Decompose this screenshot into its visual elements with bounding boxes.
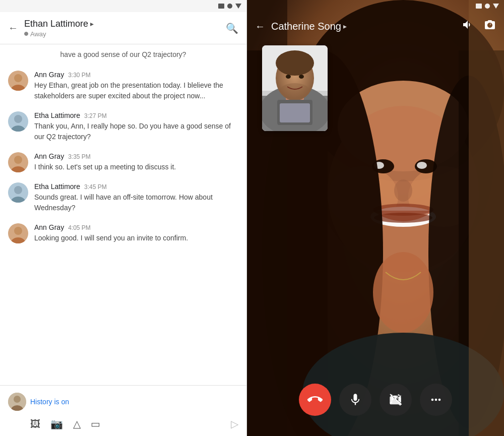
svg-point-4 bbox=[14, 115, 22, 123]
message-text: Thank you, Ann, I really hope so. Do you… bbox=[34, 121, 238, 142]
message-content: Etha Lattimore 3:45 PM Sounds great. I w… bbox=[34, 182, 238, 213]
message-time: 3:30 PM bbox=[68, 72, 91, 79]
svg-point-28 bbox=[417, 162, 427, 169]
message-header: Ann Gray 3:35 PM bbox=[34, 152, 238, 160]
wifi-icon bbox=[227, 4, 232, 9]
history-row: History is on bbox=[8, 390, 238, 414]
svg-rect-52 bbox=[280, 103, 310, 122]
search-icon[interactable]: 🔍 bbox=[226, 22, 238, 34]
message-sender: Etha Lattimore bbox=[34, 182, 80, 191]
message-time: 3:27 PM bbox=[84, 112, 107, 119]
image-icon[interactable]: 🖼 bbox=[30, 418, 40, 430]
message-content: Etha Lattimore 3:27 PM Thank you, Ann, I… bbox=[34, 111, 238, 142]
message-header: Ann Gray 4:05 PM bbox=[34, 223, 238, 231]
contact-info: Ethan Lattimore ▸ Away bbox=[24, 19, 220, 38]
svg-point-10 bbox=[14, 186, 22, 194]
signal-icon-right bbox=[493, 4, 499, 9]
svg-point-50 bbox=[280, 83, 310, 98]
avatar bbox=[8, 182, 28, 203]
status-bar-left bbox=[0, 0, 246, 12]
message-time: 4:05 PM bbox=[68, 224, 91, 231]
svg-point-1 bbox=[14, 74, 22, 82]
message-input-bar: History is on 🖼 📷 △ ▭ ▷ bbox=[0, 385, 246, 436]
history-status-label: History is on bbox=[30, 398, 238, 406]
call-back-button[interactable]: ← bbox=[255, 21, 265, 32]
truncated-message: have a good sense of our Q2 trajectory? bbox=[8, 50, 238, 58]
more-options-button[interactable] bbox=[420, 384, 452, 416]
camera-icon[interactable]: 📷 bbox=[50, 418, 63, 430]
svg-point-16 bbox=[14, 396, 21, 403]
toolbar: 🖼 📷 △ ▭ ▷ bbox=[8, 414, 238, 432]
contact-name: Ethan Lattimore bbox=[24, 19, 88, 29]
contact-name-arrow[interactable]: ▸ bbox=[90, 20, 94, 28]
svg-point-13 bbox=[14, 227, 22, 235]
message-sender: Etha Lattimore bbox=[34, 111, 80, 119]
message-text: I think so. Let's set up a meeting to di… bbox=[34, 162, 238, 172]
avatar bbox=[8, 223, 28, 243]
svg-rect-39 bbox=[469, 0, 504, 436]
battery-icon bbox=[218, 4, 224, 9]
message-text: Looking good. I will send you an invite … bbox=[34, 233, 238, 243]
message-header: Etha Lattimore 3:27 PM bbox=[34, 111, 238, 119]
message-content: Ann Gray 4:05 PM Looking good. I will se… bbox=[34, 223, 238, 243]
message-text: Hey Ethan, great job on the presentation… bbox=[34, 80, 238, 101]
svg-point-32 bbox=[394, 179, 412, 202]
svg-point-55 bbox=[438, 399, 441, 401]
status-dot bbox=[24, 32, 28, 36]
contact-name-row: Ethan Lattimore ▸ bbox=[24, 19, 220, 29]
table-row: Ann Gray 3:30 PM Hey Ethan, great job on… bbox=[8, 71, 238, 101]
message-content: Ann Gray 3:30 PM Hey Ethan, great job on… bbox=[34, 71, 238, 101]
self-view-thumbnail[interactable] bbox=[262, 45, 328, 131]
message-sender: Ann Gray bbox=[34, 152, 64, 160]
history-avatar bbox=[8, 393, 26, 411]
message-time: 3:45 PM bbox=[84, 183, 107, 191]
caller-name-row: Catherine Song ▸ bbox=[271, 21, 347, 32]
chat-panel: ← Ethan Lattimore ▸ Away 🔍 have a good s… bbox=[0, 0, 247, 436]
message-sender: Ann Gray bbox=[34, 71, 64, 79]
svg-point-54 bbox=[435, 399, 437, 401]
avatar bbox=[8, 152, 28, 172]
message-time: 3:35 PM bbox=[68, 153, 91, 160]
end-call-button[interactable] bbox=[299, 384, 331, 416]
wifi-icon-right bbox=[485, 4, 490, 9]
video-call-panel: ← Catherine Song ▸ bbox=[247, 0, 504, 436]
svg-point-48 bbox=[286, 75, 291, 79]
video-off-button[interactable] bbox=[380, 384, 412, 416]
contact-status: Away bbox=[24, 30, 220, 38]
svg-point-31 bbox=[374, 213, 432, 223]
message-header: Etha Lattimore 3:45 PM bbox=[34, 182, 238, 191]
svg-point-47 bbox=[276, 50, 314, 76]
chat-header: ← Ethan Lattimore ▸ Away 🔍 bbox=[0, 12, 246, 44]
status-label: Away bbox=[30, 30, 46, 38]
message-text: Sounds great. I will have an off-site to… bbox=[34, 192, 238, 213]
avatar bbox=[8, 71, 28, 91]
table-row: Etha Lattimore 3:27 PM Thank you, Ann, I… bbox=[8, 111, 238, 142]
message-sender: Ann Gray bbox=[34, 223, 64, 231]
avatar bbox=[8, 111, 28, 132]
video-icon[interactable]: ▭ bbox=[91, 418, 100, 430]
signal-icon bbox=[235, 4, 241, 9]
message-header: Ann Gray 3:30 PM bbox=[34, 71, 238, 79]
back-button[interactable]: ← bbox=[8, 22, 18, 34]
drive-icon[interactable]: △ bbox=[73, 418, 81, 430]
send-button[interactable]: ▷ bbox=[231, 418, 238, 430]
table-row: Etha Lattimore 3:45 PM Sounds great. I w… bbox=[8, 182, 238, 213]
svg-point-37 bbox=[373, 252, 433, 333]
camera-flip-icon[interactable] bbox=[484, 19, 496, 34]
speaker-icon[interactable] bbox=[462, 19, 474, 34]
caller-name-label: Catherine Song bbox=[271, 21, 341, 32]
mute-button[interactable] bbox=[339, 384, 371, 416]
table-row: Ann Gray 4:05 PM Looking good. I will se… bbox=[8, 223, 238, 243]
call-controls bbox=[247, 384, 504, 416]
messages-list: have a good sense of our Q2 trajectory? … bbox=[0, 44, 246, 385]
battery-icon-right bbox=[476, 4, 482, 9]
call-header: ← Catherine Song ▸ bbox=[247, 12, 504, 40]
message-content: Ann Gray 3:35 PM I think so. Let's set u… bbox=[34, 152, 238, 172]
caller-name-arrow[interactable]: ▸ bbox=[343, 22, 347, 30]
svg-point-49 bbox=[299, 75, 304, 79]
status-bar-right bbox=[471, 0, 504, 12]
table-row: Ann Gray 3:35 PM I think so. Let's set u… bbox=[8, 152, 238, 172]
svg-point-53 bbox=[431, 399, 434, 401]
svg-point-7 bbox=[14, 156, 22, 164]
